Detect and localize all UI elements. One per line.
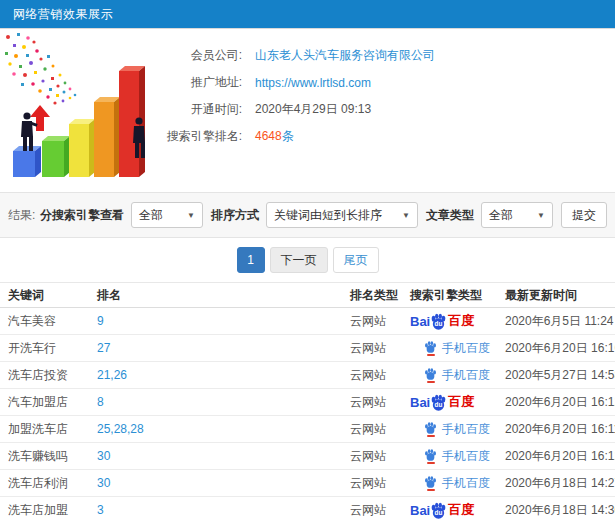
engine-cell: Bai du 百度 — [402, 393, 497, 411]
engine-filter-value: 全部 — [139, 207, 163, 224]
keyword-cell: 汽车美容 — [0, 313, 89, 330]
ranking-count-value: 4648条 — [255, 128, 294, 145]
baidu-mobile-logo: 手机百度 — [410, 448, 497, 465]
engine-cell: 手机百度 — [402, 367, 497, 384]
sort-filter-select[interactable]: 关键词由短到长排序 ▼ — [266, 202, 418, 228]
baidu-mobile-logo: 手机百度 — [410, 421, 497, 438]
table-row[interactable]: 洗车店加盟 3 云网站 Bai du 百度 2020年6月18日 14:30 — [0, 497, 615, 520]
up-arrow-icon — [30, 105, 50, 131]
chevron-down-icon: ▼ — [529, 211, 545, 220]
ranking-count-number: 4648 — [255, 129, 282, 143]
updated-cell: 2020年6月20日 16:11 — [497, 421, 615, 438]
baidu-paw-icon: du — [430, 313, 447, 330]
company-info-section: 会员公司: 山东老人头汽车服务咨询有限公司 推广地址: https://www.… — [0, 29, 615, 192]
table-row[interactable]: 加盟洗车店 25,28,28 云网站 手机百度 2020年6月20 — [0, 416, 615, 443]
col-engine-type: 搜索引擎类型 — [402, 287, 497, 304]
mobile-baidu-underline — [427, 489, 435, 491]
rank-type-cell: 云网站 — [342, 313, 402, 330]
engine-cell: 手机百度 — [402, 475, 497, 492]
engine-cell: Bai du 百度 — [402, 312, 497, 330]
article-type-filter-label: 文章类型 — [426, 207, 474, 224]
rank-cell: 3 — [89, 503, 342, 517]
company-name-link[interactable]: 山东老人头汽车服务咨询有限公司 — [255, 47, 435, 64]
rank-cell: 25,28,28 — [89, 422, 342, 436]
bar-orange — [94, 97, 120, 177]
svg-text:du: du — [435, 320, 443, 327]
mobile-baidu-underline — [427, 435, 435, 437]
rank-cell: 21,26 — [89, 368, 342, 382]
filter-controls: 分搜索引擎查看 全部 ▼ 排序方式 关键词由短到长排序 ▼ 文章类型 全部 ▼ … — [40, 202, 607, 228]
info-panel: 会员公司: 山东老人头汽车服务咨询有限公司 推广地址: https://www.… — [150, 29, 615, 150]
table-body: 汽车美容 9 云网站 Bai du 百度 2020年6月5日 11:24 开洗车… — [0, 308, 615, 520]
updated-cell: 2020年6月18日 14:30 — [497, 502, 615, 519]
company-label: 会员公司: — [150, 47, 242, 64]
table-row[interactable]: 汽车加盟店 8 云网站 Bai du 百度 2020年6月20日 16:12 — [0, 389, 615, 416]
filter-bar: 结果: 分搜索引擎查看 全部 ▼ 排序方式 关键词由短到长排序 ▼ 文章类型 全… — [0, 192, 615, 238]
mobile-baidu-icon — [424, 449, 437, 464]
keyword-cell: 汽车加盟店 — [0, 394, 89, 411]
rank-cell: 9 — [89, 314, 342, 328]
chevron-down-icon: ▼ — [179, 211, 195, 220]
app-header: 网络营销效果展示 — [0, 0, 615, 29]
bar-chart-illustration — [0, 29, 155, 190]
engine-cell: 手机百度 — [402, 340, 497, 357]
mobile-baidu-icon — [424, 368, 437, 383]
ranking-count-label: 搜索引擎排名: — [150, 128, 242, 145]
businessman-left — [21, 112, 38, 151]
baidu-mobile-logo: 手机百度 — [410, 367, 497, 384]
article-type-filter-select[interactable]: 全部 ▼ — [481, 202, 553, 228]
info-row-company: 会员公司: 山东老人头汽车服务咨询有限公司 — [150, 42, 615, 69]
rank-cell: 30 — [89, 476, 342, 490]
col-updated: 最新更新时间 — [497, 287, 615, 304]
bar-green — [42, 136, 70, 177]
sort-filter-value: 关键词由短到长排序 — [274, 207, 382, 224]
engine-filter-select[interactable]: 全部 ▼ — [131, 202, 203, 228]
baidu-cn-text: 百度 — [448, 312, 474, 330]
ranking-count-suffix: 条 — [282, 129, 294, 143]
updated-cell: 2020年6月20日 16:12 — [497, 394, 615, 411]
table-row[interactable]: 洗车店投资 21,26 云网站 手机百度 2020年5月27日 1 — [0, 362, 615, 389]
mobile-baidu-underline — [427, 462, 435, 464]
table-row[interactable]: 洗车店利润 30 云网站 手机百度 2020年6月18日 14:2 — [0, 470, 615, 497]
engine-filter-group: 分搜索引擎查看 全部 ▼ — [40, 202, 203, 228]
promo-url-label: 推广地址: — [150, 74, 242, 91]
info-row-ranking-count: 搜索引擎排名: 4648条 — [150, 123, 615, 150]
engine-cell: Bai du 百度 — [402, 501, 497, 519]
rank-cell: 27 — [89, 341, 342, 355]
keyword-cell: 开洗车行 — [0, 340, 89, 357]
baidu-pc-logo: Bai du 百度 — [410, 312, 497, 330]
keyword-cell: 洗车店投资 — [0, 367, 89, 384]
mobile-baidu-label: 手机百度 — [442, 340, 490, 357]
sort-filter-label: 排序方式 — [211, 207, 259, 224]
col-keyword: 关键词 — [0, 287, 89, 304]
page-button-current[interactable]: 1 — [237, 247, 265, 273]
submit-button[interactable]: 提交 — [561, 202, 607, 228]
engine-cell: 手机百度 — [402, 448, 497, 465]
last-page-button[interactable]: 尾页 — [333, 247, 379, 273]
svg-text:du: du — [435, 509, 443, 516]
table-row[interactable]: 汽车美容 9 云网站 Bai du 百度 2020年6月5日 11:24 — [0, 308, 615, 335]
rank-type-cell: 云网站 — [342, 502, 402, 519]
mobile-baidu-label: 手机百度 — [442, 475, 490, 492]
baidu-bai-text: Bai — [410, 395, 430, 410]
info-row-url: 推广地址: https://www.lrtlsd.com — [150, 69, 615, 96]
table-header-row: 关键词 排名 排名类型 搜索引擎类型 最新更新时间 — [0, 283, 615, 308]
table-row[interactable]: 洗车赚钱吗 30 云网站 手机百度 2020年6月20日 16:1 — [0, 443, 615, 470]
baidu-mobile-logo: 手机百度 — [410, 340, 497, 357]
table-row[interactable]: 开洗车行 27 云网站 手机百度 2020年6月20日 16:16 — [0, 335, 615, 362]
next-page-button[interactable]: 下一页 — [270, 247, 328, 273]
keyword-rank-table: 关键词 排名 排名类型 搜索引擎类型 最新更新时间 汽车美容 9 云网站 Bai… — [0, 282, 615, 520]
mobile-baidu-label: 手机百度 — [442, 421, 490, 438]
baidu-bai-text: Bai — [410, 314, 430, 329]
baidu-mobile-logo: 手机百度 — [410, 475, 497, 492]
page-title: 网络营销效果展示 — [13, 6, 113, 23]
baidu-cn-text: 百度 — [448, 393, 474, 411]
updated-cell: 2020年6月18日 14:27 — [497, 475, 615, 492]
info-row-open-time: 开通时间: 2020年4月29日 09:13 — [150, 96, 615, 123]
chevron-down-icon: ▼ — [394, 211, 410, 220]
mobile-baidu-icon — [424, 341, 437, 356]
engine-cell: 手机百度 — [402, 421, 497, 438]
keyword-cell: 洗车赚钱吗 — [0, 448, 89, 465]
baidu-pc-logo: Bai du 百度 — [410, 393, 497, 411]
promo-url-link[interactable]: https://www.lrtlsd.com — [255, 76, 371, 90]
